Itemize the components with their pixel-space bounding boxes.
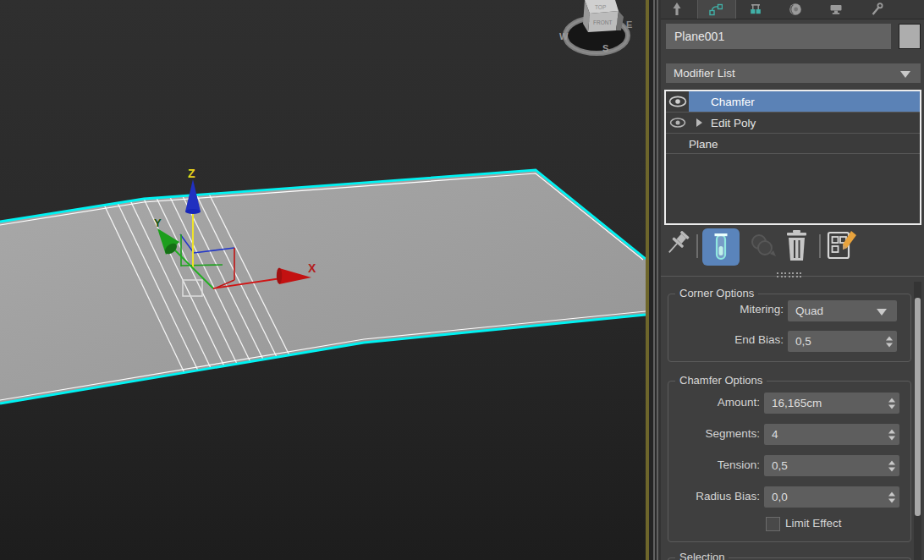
spinner-arrows[interactable] bbox=[888, 398, 895, 409]
segments-input[interactable] bbox=[764, 424, 899, 445]
segments-field[interactable] bbox=[764, 424, 899, 445]
mitering-dropdown[interactable]: Quad bbox=[788, 300, 897, 321]
tension-input[interactable] bbox=[764, 455, 899, 476]
chevron-down-icon bbox=[877, 309, 887, 316]
panel-scrollbar[interactable] bbox=[914, 282, 921, 560]
gizmo-z-arrow-base bbox=[185, 209, 201, 214]
corner-options-title: Corner Options bbox=[675, 287, 758, 299]
stack-row-plane[interactable]: Plane bbox=[666, 133, 920, 154]
stack-item-label: Plane bbox=[689, 137, 718, 150]
panel-resize-handle[interactable] bbox=[777, 272, 804, 280]
gizmo-y-label: Y bbox=[154, 217, 162, 229]
spinner-arrows[interactable] bbox=[888, 460, 895, 471]
modifier-stack: Chamfer Edit Poly Plane bbox=[664, 90, 921, 225]
perspective-viewport[interactable]: Z Y X W S E bbox=[0, 0, 646, 560]
command-panel-tabs bbox=[661, 0, 924, 19]
show-end-result-icon bbox=[711, 232, 731, 262]
segments-label: Segments: bbox=[668, 427, 760, 440]
mitering-label: Mitering: bbox=[668, 303, 784, 316]
spinner-arrows[interactable] bbox=[888, 491, 895, 502]
create-tab-icon[interactable] bbox=[670, 3, 684, 16]
tension-label: Tension: bbox=[668, 458, 760, 471]
gizmo-x-arrow-base bbox=[277, 267, 282, 283]
modify-tab-icon[interactable] bbox=[709, 3, 723, 16]
viewcube-south-label[interactable]: S bbox=[602, 43, 608, 53]
show-end-result-button[interactable] bbox=[702, 228, 740, 266]
amount-input[interactable] bbox=[764, 393, 899, 414]
modifier-list-dropdown[interactable]: Modifier List bbox=[666, 63, 921, 83]
viewcube[interactable]: W S E TOP FRONT bbox=[559, 0, 632, 53]
configure-modifier-sets-button[interactable] bbox=[827, 228, 859, 264]
modifier-list-label: Modifier List bbox=[674, 67, 735, 80]
stack-item-label: Chamfer bbox=[711, 96, 755, 108]
make-unique-button[interactable] bbox=[747, 231, 779, 263]
selection-title: Selection bbox=[675, 551, 729, 560]
chamfer-options-title: Chamfer Options bbox=[675, 374, 767, 387]
utilities-tab-icon[interactable] bbox=[870, 3, 883, 16]
stack-row-chamfer[interactable]: Chamfer bbox=[666, 91, 920, 112]
remove-modifier-button[interactable] bbox=[783, 228, 811, 264]
object-color-swatch[interactable] bbox=[899, 24, 921, 49]
amount-label: Amount: bbox=[668, 396, 760, 409]
panel-splitter[interactable] bbox=[649, 0, 661, 560]
radius-bias-label: Radius Bias: bbox=[668, 490, 760, 502]
end-bias-label: End Bias: bbox=[668, 333, 784, 346]
toolbar-separator bbox=[696, 234, 698, 258]
limit-effect-checkbox[interactable] bbox=[766, 517, 780, 531]
stack-row-edit-poly[interactable]: Edit Poly bbox=[666, 112, 920, 133]
radius-bias-field[interactable] bbox=[764, 486, 899, 508]
toolbar-separator bbox=[819, 234, 821, 258]
viewcube-east-label[interactable]: E bbox=[626, 19, 632, 30]
viewcube-top-label: TOP bbox=[595, 4, 606, 10]
eye-icon[interactable] bbox=[668, 116, 688, 129]
plane-object[interactable] bbox=[0, 170, 646, 404]
display-tab-icon[interactable] bbox=[829, 3, 843, 16]
end-bias-field[interactable] bbox=[788, 331, 897, 352]
stack-item-label: Edit Poly bbox=[711, 117, 756, 129]
chevron-down-icon bbox=[900, 71, 910, 78]
3dsmax-window: Z Y X W S E bbox=[0, 0, 924, 560]
motion-tab-icon[interactable] bbox=[789, 3, 802, 16]
hierarchy-tab-icon[interactable] bbox=[749, 3, 762, 16]
viewcube-front-label: FRONT bbox=[593, 19, 612, 25]
viewport-canvas[interactable]: Z Y X W S E bbox=[0, 0, 646, 560]
command-panel: Modifier List Chamfer Edit Poly Plane bbox=[661, 0, 924, 560]
gizmo-x-label: X bbox=[308, 261, 316, 275]
tension-field[interactable] bbox=[764, 455, 899, 476]
end-bias-input[interactable] bbox=[788, 331, 897, 352]
radius-bias-input[interactable] bbox=[764, 486, 899, 508]
eye-icon[interactable] bbox=[668, 95, 688, 108]
panel-scrollbar-thumb[interactable] bbox=[915, 298, 921, 516]
limit-effect-label: Limit Effect bbox=[785, 517, 887, 530]
expand-arrow-icon[interactable] bbox=[696, 118, 702, 127]
gizmo-z-label: Z bbox=[188, 167, 195, 180]
amount-field[interactable] bbox=[764, 393, 899, 414]
spinner-arrows[interactable] bbox=[886, 336, 893, 347]
viewcube-west-label[interactable]: W bbox=[559, 31, 569, 41]
spinner-arrows[interactable] bbox=[888, 429, 895, 440]
gizmo-plane-handle-green2[interactable] bbox=[181, 265, 223, 266]
object-name-field[interactable] bbox=[666, 24, 891, 49]
pin-stack-button[interactable] bbox=[665, 229, 692, 265]
